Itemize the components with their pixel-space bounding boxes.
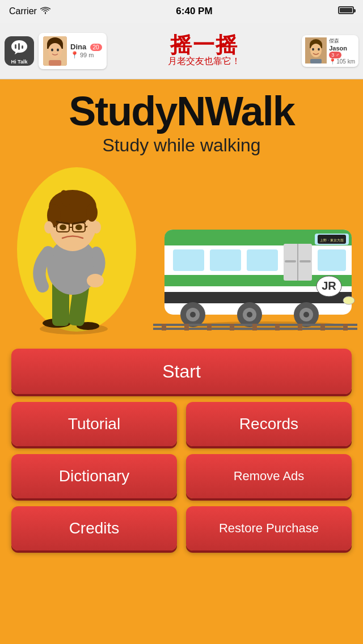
carrier-label: Carrier	[9, 6, 37, 16]
svg-rect-4	[22, 45, 23, 49]
ad-chinese-small: 月老交友也靠它！	[168, 56, 240, 67]
ad-banner[interactable]: Hi Talk	[0, 23, 363, 79]
svg-rect-75	[230, 324, 234, 331]
ad-person-card: Dina 20 📍 99 m	[39, 33, 107, 69]
clock: 6:40 PM	[176, 6, 212, 17]
start-button[interactable]: Start	[11, 349, 352, 394]
svg-point-9	[51, 48, 53, 51]
credits-button[interactable]: Credits	[11, 506, 177, 550]
svg-rect-79	[320, 324, 325, 331]
wifi-icon	[40, 6, 50, 16]
ad-person-card2: 傑森 Jason 3 ♂ 📍 105 km	[302, 35, 358, 67]
svg-point-8	[48, 43, 62, 59]
restore-purchase-button[interactable]: Restore Purchase	[186, 506, 352, 550]
app-subtitle: Study while walking	[11, 135, 352, 156]
svg-text:上野・東京方面: 上野・東京方面	[320, 238, 344, 242]
ad-logo: Hi Talk	[5, 36, 34, 66]
svg-point-69	[303, 312, 309, 317]
ad-avatar	[43, 36, 67, 66]
svg-rect-54	[318, 249, 346, 271]
svg-rect-11	[49, 60, 61, 66]
svg-rect-49	[247, 249, 278, 271]
svg-point-55	[343, 296, 354, 304]
ad-right: 傑森 Jason 3 ♂ 📍 105 km	[297, 31, 363, 71]
svg-point-63	[190, 312, 196, 317]
svg-point-38	[44, 221, 53, 234]
illustration-area: 上野・東京方面 JR	[0, 162, 363, 343]
ad-distance: 99 m	[80, 52, 94, 58]
svg-point-17	[318, 48, 320, 50]
svg-point-29	[86, 204, 98, 222]
buttons-section: Start Tutorial Records Dictionary Remove…	[0, 343, 363, 550]
svg-point-40	[87, 274, 104, 287]
app-title-section: StudyNWalk Study while walking	[0, 79, 363, 162]
ad-person2-name: Jason	[329, 45, 355, 52]
battery-icon	[338, 6, 354, 16]
svg-rect-47	[173, 249, 204, 271]
svg-point-15	[310, 44, 322, 57]
ad-chinese-big: 摇一摇	[170, 34, 238, 56]
svg-rect-53	[299, 260, 311, 262]
train-figure: 上野・東京方面 JR	[153, 201, 357, 332]
btn-row-2: Dictionary Remove Ads	[11, 454, 352, 498]
svg-rect-48	[210, 249, 241, 271]
svg-rect-80	[343, 324, 348, 331]
ad-logo-text: Hi Talk	[11, 59, 28, 65]
status-bar: Carrier 6:40 PM	[0, 0, 363, 23]
svg-text:JR: JR	[322, 279, 336, 292]
ad-center: 摇一摇 月老交友也靠它！	[111, 34, 298, 67]
btn-row-1: Tutorial Records	[11, 402, 352, 446]
svg-point-66	[247, 312, 252, 317]
app-title: StudyNWalk	[11, 91, 352, 132]
btn-row-3: Credits Restore Purchase	[11, 506, 352, 550]
svg-rect-18	[310, 59, 322, 63]
ad-badge: 20	[90, 44, 102, 51]
svg-rect-72	[162, 324, 166, 331]
svg-rect-2	[15, 44, 16, 49]
dictionary-button[interactable]: Dictionary	[11, 454, 177, 498]
main-content: StudyNWalk Study while walking	[0, 79, 363, 570]
svg-point-36	[60, 224, 66, 230]
records-button[interactable]: Records	[186, 402, 352, 446]
ad-person-name: Dina	[70, 43, 86, 51]
svg-rect-76	[252, 324, 257, 331]
svg-point-16	[312, 48, 314, 50]
svg-point-37	[75, 224, 82, 230]
person-figure	[11, 162, 136, 337]
remove-ads-button[interactable]: Remove Ads	[186, 454, 352, 498]
svg-point-39	[92, 221, 101, 234]
ad-person-info: Dina 20 📍 99 m	[70, 43, 102, 59]
svg-rect-77	[275, 324, 280, 331]
svg-rect-74	[207, 324, 212, 331]
ad-person2-distance: 105 km	[336, 58, 355, 65]
ad-avatar2	[305, 37, 327, 63]
svg-rect-3	[18, 43, 20, 50]
svg-rect-78	[298, 324, 302, 331]
svg-point-10	[57, 48, 59, 51]
svg-rect-52	[285, 260, 296, 262]
svg-rect-73	[184, 324, 189, 331]
tutorial-button[interactable]: Tutorial	[11, 402, 177, 446]
ad-person-info2: 傑森 Jason 3 ♂ 📍 105 km	[329, 37, 355, 65]
